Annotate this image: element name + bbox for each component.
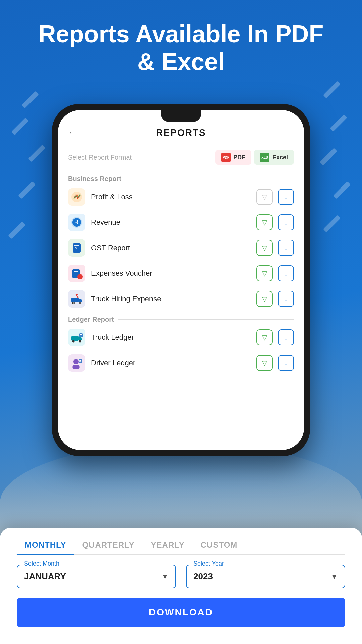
svg-rect-23	[80, 334, 82, 335]
expenses-icon: !	[68, 265, 85, 282]
year-chevron-icon: ▼	[330, 572, 338, 581]
revenue-icon: ₹	[68, 214, 85, 231]
excel-label: Excel	[272, 154, 288, 161]
truck-ledger-filter-btn[interactable]: ▽	[256, 329, 273, 345]
svg-rect-28	[79, 360, 81, 361]
report-row-revenue: ₹ Revenue ▽ ↓	[58, 210, 304, 235]
report-row-gst: % GST Report ▽ ↓	[58, 235, 304, 261]
expenses-download-btn[interactable]: ↓	[278, 265, 294, 281]
pdf-button[interactable]: PDF PDF	[215, 150, 251, 165]
expenses-label: Expenses Voucher	[91, 269, 251, 278]
month-value: JANUARY	[24, 571, 66, 582]
tab-yearly[interactable]: YEARLY	[143, 537, 193, 554]
report-row-truck-expense: Truck Hiring Expense ▽ ↓	[58, 286, 304, 312]
year-select-group: Select Year 2023 ▼	[186, 565, 345, 588]
bottom-panel: MONTHLY QUARTERLY YEARLY CUSTOM Select M…	[0, 528, 362, 644]
phone-frame: ← REPORTS Select Report Format PDF PDF X…	[52, 104, 310, 456]
svg-rect-22	[79, 333, 83, 337]
profit-loss-icon: ₹	[68, 188, 85, 206]
report-row-expenses: ! Expenses Voucher ▽ ↓	[58, 261, 304, 286]
revenue-download-btn[interactable]: ↓	[278, 214, 294, 230]
svg-point-25	[73, 359, 79, 364]
svg-rect-10	[74, 273, 77, 273]
report-row-truck-ledger: Truck Ledger ▽ ↓	[58, 325, 304, 350]
gst-filter-btn[interactable]: ▽	[256, 240, 273, 256]
svg-point-15	[73, 302, 74, 304]
phone-screen: ← REPORTS Select Report Format PDF PDF X…	[58, 110, 304, 450]
svg-rect-19	[71, 336, 79, 341]
month-chevron-icon: ▼	[161, 572, 169, 581]
driver-ledger-icon	[68, 354, 85, 372]
driver-ledger-label: Driver Ledger	[91, 359, 251, 367]
ledger-section-heading: Ledger Report	[58, 312, 304, 325]
back-button[interactable]: ←	[68, 127, 77, 138]
year-select[interactable]: 2023 ▼	[186, 565, 345, 588]
revenue-label: Revenue	[91, 218, 251, 227]
revenue-filter-btn[interactable]: ▽	[256, 214, 273, 230]
profit-loss-download-btn[interactable]: ↓	[278, 189, 294, 205]
truck-expense-label: Truck Hiring Expense	[91, 294, 251, 303]
excel-button[interactable]: XLS Excel	[254, 150, 294, 165]
svg-point-21	[79, 340, 81, 343]
svg-point-17	[79, 302, 81, 304]
svg-text:!: !	[79, 274, 81, 279]
svg-rect-24	[80, 336, 81, 336]
tab-custom[interactable]: CUSTOM	[193, 537, 246, 554]
truck-expense-icon	[68, 290, 85, 308]
year-value: 2023	[193, 571, 213, 582]
expenses-filter-btn[interactable]: ▽	[256, 265, 273, 281]
month-select-label: Select Month	[22, 560, 61, 567]
month-select[interactable]: JANUARY ▼	[17, 565, 176, 588]
driver-ledger-filter-btn[interactable]: ▽	[256, 355, 273, 371]
gst-download-btn[interactable]: ↓	[278, 240, 294, 256]
format-label: Select Report Format	[68, 154, 215, 161]
excel-icon: XLS	[260, 153, 269, 162]
tab-monthly[interactable]: MONTHLY	[17, 537, 74, 554]
format-selector-row: Select Report Format PDF PDF XLS Excel	[58, 144, 304, 171]
svg-marker-18	[75, 294, 78, 296]
period-tabs: MONTHLY QUARTERLY YEARLY CUSTOM	[17, 537, 345, 555]
truck-ledger-label: Truck Ledger	[91, 333, 251, 342]
business-section-heading: Business Report	[58, 171, 304, 184]
format-buttons: PDF PDF XLS Excel	[215, 150, 294, 165]
svg-rect-9	[74, 271, 78, 272]
tab-quarterly[interactable]: QUARTERLY	[74, 537, 142, 554]
profit-loss-label: Profit & Loss	[91, 193, 251, 201]
truck-expense-download-btn[interactable]: ↓	[278, 291, 294, 307]
svg-rect-6	[74, 245, 79, 246]
svg-rect-13	[71, 298, 79, 302]
phone-notch	[161, 110, 201, 122]
pdf-icon: PDF	[221, 153, 231, 162]
app-title: REPORTS	[156, 127, 206, 138]
svg-point-20	[72, 340, 75, 343]
gst-label: GST Report	[91, 244, 251, 252]
svg-point-26	[72, 365, 80, 369]
download-button[interactable]: DOWNLOAD	[17, 598, 345, 627]
year-select-label: Select Year	[191, 560, 226, 567]
pdf-label: PDF	[233, 154, 245, 161]
svg-text:₹: ₹	[75, 219, 79, 226]
truck-ledger-icon	[68, 329, 85, 346]
truck-ledger-download-btn[interactable]: ↓	[278, 329, 294, 345]
month-select-group: Select Month JANUARY ▼	[17, 565, 176, 588]
report-row-driver-ledger: Driver Ledger ▽ ↓	[58, 350, 304, 376]
driver-ledger-download-btn[interactable]: ↓	[278, 355, 294, 371]
truck-expense-filter-btn[interactable]: ▽	[256, 291, 273, 307]
page-header: Reports Available In PDF & Excel	[0, 20, 362, 76]
selects-row: Select Month JANUARY ▼ Select Year 2023 …	[17, 565, 345, 588]
report-row-profit-loss: ₹ Profit & Loss ▽ ↓	[58, 184, 304, 210]
svg-rect-27	[79, 359, 82, 363]
svg-text:%: %	[75, 246, 78, 250]
svg-rect-29	[79, 361, 81, 362]
profit-loss-filter-btn[interactable]: ▽	[256, 189, 273, 205]
gst-icon: %	[68, 239, 85, 257]
